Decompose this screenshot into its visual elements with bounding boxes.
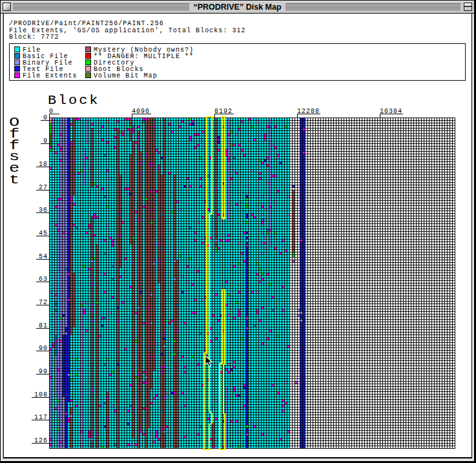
svg-text:99: 99 — [39, 368, 48, 375]
svg-text:72: 72 — [39, 299, 48, 306]
svg-text:63: 63 — [39, 276, 48, 283]
svg-text:0: 0 — [49, 108, 54, 115]
svg-text:54: 54 — [39, 253, 48, 260]
svg-text:0: 0 — [43, 114, 48, 121]
svg-text:45: 45 — [39, 230, 48, 237]
svg-text:90: 90 — [39, 345, 48, 352]
svg-text:81: 81 — [39, 322, 48, 329]
svg-text:9: 9 — [43, 138, 48, 145]
svg-text:8192: 8192 — [214, 108, 233, 115]
svg-text:27: 27 — [39, 184, 48, 191]
svg-text:36: 36 — [39, 207, 48, 214]
svg-text:4096: 4096 — [132, 108, 150, 115]
svg-text:18: 18 — [39, 161, 48, 168]
svg-text:117: 117 — [34, 414, 48, 421]
svg-text:108: 108 — [34, 391, 48, 398]
svg-text:126: 126 — [34, 437, 48, 444]
svg-text:12288: 12288 — [297, 108, 320, 115]
svg-text:16384: 16384 — [380, 108, 402, 115]
